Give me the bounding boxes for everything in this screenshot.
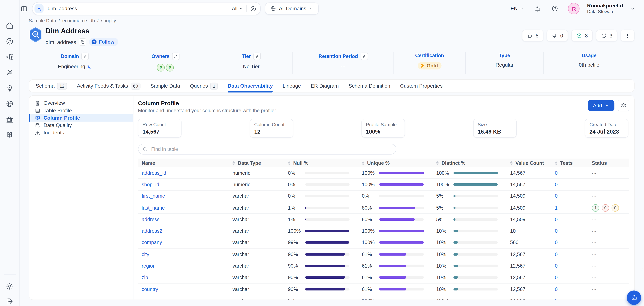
- home-icon[interactable]: [6, 21, 14, 30]
- tests-link[interactable]: 0: [551, 240, 588, 245]
- logout-icon[interactable]: [6, 297, 14, 305]
- tests-link[interactable]: 1: [551, 205, 588, 211]
- column-name-link[interactable]: region: [138, 263, 229, 269]
- tests-link[interactable]: 0: [551, 298, 588, 300]
- header-unique-pct[interactable]: Unique %: [358, 160, 432, 166]
- summary-cards: Row Count 14,567 Column Count 12 Profile…: [138, 119, 629, 138]
- column-name-link[interactable]: phone: [138, 298, 229, 300]
- nav-data-quality[interactable]: Data Quality: [29, 122, 133, 129]
- upvote-button[interactable]: 8: [522, 30, 543, 42]
- search-scope-dropdown[interactable]: All: [232, 6, 243, 12]
- column-name-link[interactable]: country: [138, 286, 229, 292]
- sidebar-toggle-icon[interactable]: [20, 5, 28, 13]
- edit-pencil-icon[interactable]: [253, 53, 261, 60]
- table-row: company varchar 99% 100% 10% 560 0 --: [138, 237, 629, 249]
- tab-lineage[interactable]: Lineage: [283, 80, 301, 92]
- copy-icon[interactable]: [79, 38, 86, 46]
- explore-compass-icon[interactable]: [6, 37, 14, 45]
- governance-bank-icon[interactable]: [6, 115, 14, 123]
- user-menu-chevron-icon[interactable]: [630, 7, 635, 11]
- tests-link[interactable]: 0: [551, 170, 588, 176]
- domains-globe-icon[interactable]: [6, 99, 14, 108]
- downvote-button[interactable]: 0: [547, 30, 568, 42]
- tab-activity-feeds[interactable]: Activity Feeds & Tasks60: [77, 80, 140, 92]
- help-icon[interactable]: [552, 5, 558, 12]
- column-name-link[interactable]: city: [138, 251, 229, 257]
- column-name-link[interactable]: company: [138, 240, 229, 245]
- watch-count-button[interactable]: 8: [571, 30, 593, 42]
- version-history-button[interactable]: 3: [596, 30, 617, 42]
- nav-column-profile[interactable]: Column Profile: [29, 114, 133, 122]
- tab-sample-data[interactable]: Sample Data: [150, 80, 180, 92]
- ai-sparkle-icon[interactable]: [34, 4, 44, 13]
- owner-avatar[interactable]: P: [166, 64, 174, 72]
- header-name[interactable]: Name: [138, 160, 229, 166]
- tests-link[interactable]: 0: [551, 275, 588, 280]
- column-name-link[interactable]: last_name: [138, 205, 229, 211]
- settings-gear-icon[interactable]: [6, 282, 14, 290]
- tests-link[interactable]: 0: [551, 263, 588, 269]
- edit-pencil-icon[interactable]: [172, 53, 180, 60]
- more-actions-button[interactable]: [621, 30, 634, 42]
- null-pct-cell: 0%: [284, 170, 358, 176]
- notifications-bell-icon[interactable]: [534, 5, 541, 12]
- header-tests[interactable]: Tests: [551, 160, 588, 166]
- profiler-settings-gear-icon[interactable]: [618, 100, 629, 111]
- tests-link[interactable]: 0: [551, 193, 588, 199]
- column-name-link[interactable]: zip: [138, 275, 229, 280]
- column-name-link[interactable]: address2: [138, 228, 229, 234]
- breadcrumb-ecommerce-db[interactable]: ecommerce_db: [62, 18, 95, 23]
- find-in-table-input[interactable]: [150, 146, 392, 152]
- column-name-link[interactable]: first_name: [138, 193, 229, 199]
- tab-er-diagram[interactable]: ER Diagram: [311, 80, 339, 92]
- insights-bulb-icon[interactable]: [6, 84, 14, 92]
- tests-link[interactable]: 0: [551, 251, 588, 257]
- data-type-cell: varchar: [229, 216, 284, 222]
- sort-icon[interactable]: [436, 161, 438, 165]
- lineage-hierarchy-icon[interactable]: [6, 53, 14, 61]
- column-name-link[interactable]: address_id: [138, 170, 229, 176]
- panel-resize-icon[interactable]: ⟋: [641, 267, 644, 272]
- edit-pencil-icon[interactable]: [81, 53, 89, 60]
- support-chat-button[interactable]: [627, 290, 641, 305]
- nav-table-profile[interactable]: Table Profile: [29, 107, 133, 114]
- glossary-book-icon[interactable]: [6, 131, 14, 139]
- sort-icon[interactable]: [232, 161, 235, 165]
- clear-search-icon[interactable]: [250, 6, 256, 12]
- find-in-table[interactable]: [138, 144, 396, 155]
- column-name-link[interactable]: shop_id: [138, 182, 229, 187]
- tab-custom-properties[interactable]: Custom Properties: [400, 80, 443, 92]
- tab-schema[interactable]: Schema12: [36, 80, 67, 92]
- user-info[interactable]: Rounakpreet.d Data Steward: [587, 3, 623, 14]
- tab-queries[interactable]: Queries1: [190, 80, 218, 92]
- breadcrumb-sample-data[interactable]: Sample Data: [29, 18, 56, 23]
- nav-overview[interactable]: Overview: [29, 99, 133, 107]
- all-domains-button[interactable]: All Domains: [265, 3, 318, 15]
- search-input[interactable]: [47, 5, 229, 12]
- header-distinct-pct[interactable]: Distinct %: [432, 160, 506, 166]
- follow-button[interactable]: + Follow: [89, 38, 118, 46]
- edit-pencil-icon[interactable]: [360, 53, 368, 60]
- header-data-type[interactable]: Data Type: [229, 160, 284, 166]
- global-search[interactable]: All: [32, 2, 261, 15]
- tests-link[interactable]: 0: [551, 182, 588, 187]
- sort-icon[interactable]: [555, 161, 557, 165]
- nav-incidents[interactable]: Incidents: [29, 129, 133, 136]
- user-avatar[interactable]: R: [568, 3, 580, 15]
- language-selector[interactable]: EN: [510, 6, 524, 12]
- sort-icon[interactable]: [288, 161, 290, 165]
- column-name-link[interactable]: address1: [138, 216, 229, 222]
- add-button[interactable]: Add: [588, 100, 614, 111]
- sort-icon[interactable]: [510, 161, 512, 165]
- tab-schema-definition[interactable]: Schema Definition: [348, 80, 390, 92]
- observability-search-icon[interactable]: [6, 68, 14, 76]
- tab-data-observability[interactable]: Data Observability: [228, 80, 273, 92]
- owner-avatar[interactable]: P: [157, 64, 165, 72]
- sort-icon[interactable]: [362, 161, 364, 165]
- breadcrumb-shopify[interactable]: shopify: [101, 18, 116, 23]
- tests-link[interactable]: 0: [551, 216, 588, 222]
- tests-link[interactable]: 0: [551, 228, 588, 234]
- header-null-pct[interactable]: Null %: [284, 160, 358, 166]
- header-value-count[interactable]: Value Count: [506, 160, 551, 166]
- tests-link[interactable]: 0: [551, 286, 588, 292]
